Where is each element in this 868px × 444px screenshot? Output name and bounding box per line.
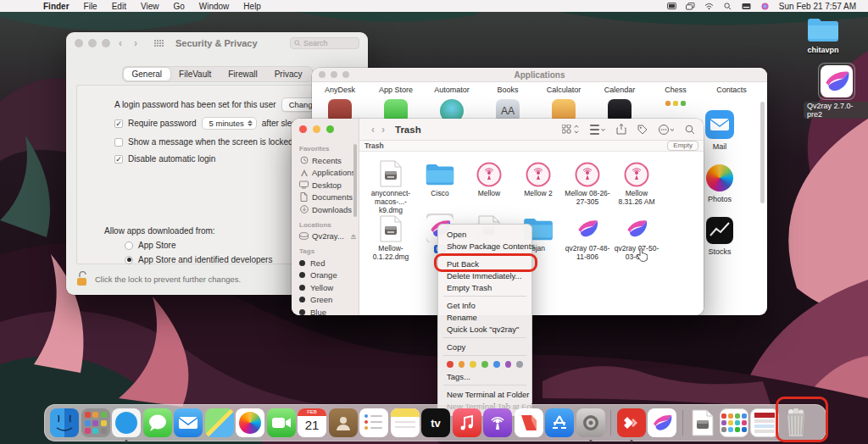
app-label[interactable]: Calendar (592, 86, 648, 94)
dock-mail-icon[interactable] (174, 408, 203, 437)
tag-green-dot[interactable] (481, 361, 488, 368)
show-all-icon[interactable] (154, 40, 164, 47)
dock-system-preferences-icon[interactable] (576, 408, 605, 437)
dock-podcasts-icon[interactable] (483, 408, 512, 437)
app-label[interactable]: App Store (368, 86, 424, 94)
tag-red-dot[interactable] (447, 361, 453, 368)
dock-calendar-icon[interactable]: FEB21 (298, 408, 326, 437)
menu-help[interactable]: Help (243, 2, 261, 11)
close-button[interactable] (299, 125, 307, 133)
app-label[interactable]: Calculator (536, 86, 592, 94)
menu-item-empty-trash[interactable]: Empty Trash (438, 281, 531, 293)
menu-item-delete-immediately[interactable]: Delete Immediately... (438, 269, 531, 281)
tag-blue-dot[interactable] (493, 361, 500, 368)
tab-firewall[interactable]: Firewall (220, 68, 265, 80)
sidebar-tag-orange[interactable]: Orange (299, 270, 359, 280)
menu-item-copy[interactable]: Copy (438, 341, 531, 352)
dock-facetime-icon[interactable] (267, 408, 296, 437)
spotlight-icon[interactable] (723, 3, 732, 10)
menu-item-open[interactable]: Open (438, 228, 531, 240)
menu-item-put-back[interactable]: Put Back (438, 258, 531, 269)
sidebar-item-documents[interactable]: Documents (299, 192, 359, 202)
menu-item-rename[interactable]: Rename (438, 311, 531, 323)
dock-news-icon[interactable] (515, 408, 543, 437)
desktop-icon-qv2ray[interactable]: Qv2ray 2.7.0-pre2 (804, 63, 868, 119)
dock-safari-icon[interactable] (112, 408, 141, 437)
app-label[interactable]: Chess (648, 86, 704, 94)
disable-auto-login-checkbox[interactable]: ✓ (114, 155, 123, 164)
dock-maps-icon[interactable] (205, 408, 234, 437)
more-actions-icon[interactable] (659, 125, 674, 135)
file-anyconnect-dmg[interactable]: anyconnect-macos-...-k9.dmg (366, 158, 415, 214)
require-password-delay-select[interactable]: 5 minutes (202, 117, 257, 130)
tag-icon[interactable] (637, 125, 648, 135)
search-field[interactable]: Search (290, 37, 359, 49)
wifi-icon[interactable] (704, 3, 714, 10)
empty-trash-button[interactable]: Empty (667, 141, 698, 151)
search-icon[interactable] (685, 125, 695, 135)
stocks-app-icon[interactable] (706, 217, 733, 244)
sidebar-tag-blue[interactable]: Blue (299, 308, 359, 316)
sidebar-item-desktop[interactable]: Desktop (299, 180, 359, 190)
display-icon[interactable] (667, 3, 676, 10)
file-cisco-folder[interactable]: Cisco (415, 158, 465, 214)
tag-orange-dot[interactable] (459, 361, 465, 368)
photos-app-icon[interactable] (706, 164, 733, 191)
tag-yellow-dot[interactable] (470, 361, 476, 368)
forward-icon[interactable]: › (131, 37, 141, 49)
app-label[interactable]: Automator (424, 86, 480, 94)
show-message-checkbox[interactable] (114, 138, 123, 147)
menu-view[interactable]: View (141, 2, 159, 11)
menu-item-show-package-contents[interactable]: Show Package Contents (438, 240, 531, 252)
menu-item-get-info[interactable]: Get Info (438, 299, 531, 311)
require-password-checkbox[interactable]: ✓ (114, 119, 123, 128)
file-mellow-dmg[interactable]: Mellow-0.1.22.dmg (366, 214, 415, 262)
dock-notes-icon[interactable] (391, 408, 420, 437)
windows-icon[interactable] (686, 3, 695, 10)
mail-app-icon[interactable] (705, 110, 734, 139)
forward-icon[interactable]: › (378, 124, 388, 136)
minimize-button[interactable] (313, 125, 320, 133)
menu-clock[interactable]: Sun Feb 21 7:57 AM (779, 2, 856, 11)
file-mellow[interactable]: Mellow (465, 158, 514, 214)
app-label[interactable]: Contacts (704, 86, 760, 94)
menu-go[interactable]: Go (173, 2, 184, 11)
menu-finder[interactable]: Finder (43, 2, 70, 11)
sidebar-item-downloads[interactable]: Downloads (299, 205, 359, 214)
sidebar-item-applications[interactable]: Applications (299, 168, 359, 177)
tab-filevault[interactable]: FileVault (170, 68, 220, 80)
dock-tv-icon[interactable]: tv (421, 408, 450, 437)
desktop-icon-chitavpn[interactable]: chitavpn (793, 17, 853, 54)
sidebar-item-recents[interactable]: Recents (299, 156, 359, 165)
dock-app-store-icon[interactable] (545, 408, 574, 437)
dock-anydesk-icon[interactable] (617, 408, 646, 437)
radio-identified-developers[interactable] (125, 256, 133, 264)
tab-general[interactable]: General (124, 68, 171, 80)
zoom-button[interactable] (326, 125, 334, 133)
dock-launchpad-icon[interactable] (81, 408, 110, 437)
sidebar-tag-green[interactable]: Green (299, 295, 359, 304)
dock-dmg-file-icon[interactable] (688, 408, 717, 437)
back-icon[interactable]: ‹ (115, 37, 125, 49)
menu-window[interactable]: Window (199, 2, 230, 11)
group-by-icon[interactable] (590, 125, 605, 135)
sidebar-scrollbar[interactable] (353, 144, 357, 217)
file-mellow-2[interactable]: Mellow 2 (514, 158, 563, 214)
zoom-button[interactable] (102, 39, 110, 47)
radio-app-store[interactable] (125, 241, 133, 250)
tag-purple-dot[interactable] (505, 361, 512, 368)
icon-view-selector-icon[interactable] (562, 125, 579, 135)
dock-music-icon[interactable] (453, 408, 481, 437)
menu-file[interactable]: File (84, 2, 97, 11)
share-icon[interactable] (616, 124, 626, 135)
tab-privacy[interactable]: Privacy (266, 68, 311, 80)
dock-applications-folder-icon[interactable] (720, 408, 748, 437)
input-source-icon[interactable] (742, 3, 751, 10)
menu-item-quick-look[interactable]: Quick Look "qv2ray" (438, 323, 531, 335)
back-icon[interactable]: ‹ (368, 124, 378, 136)
close-button[interactable] (75, 39, 83, 47)
scrollbar[interactable] (760, 102, 765, 203)
menu-edit[interactable]: Edit (112, 2, 126, 11)
dock-finder-icon[interactable] (50, 408, 79, 437)
dock-contacts-icon[interactable] (329, 408, 358, 437)
